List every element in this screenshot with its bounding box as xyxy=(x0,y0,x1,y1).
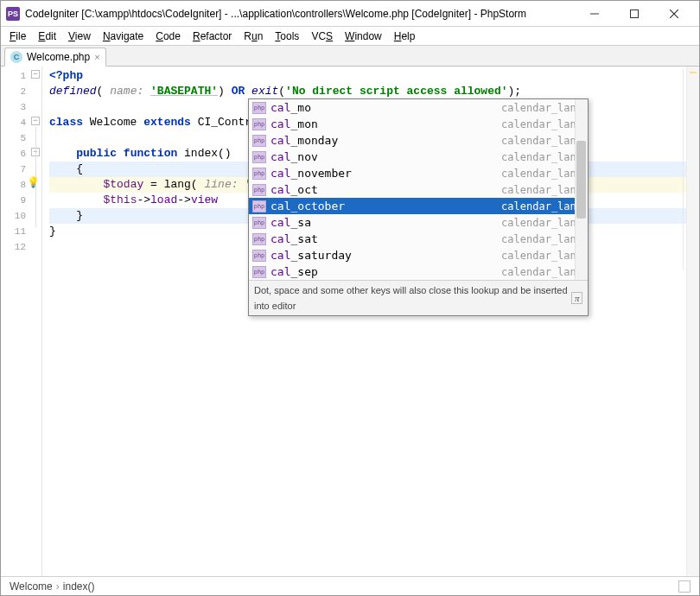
completion-label: cal_oct xyxy=(270,182,497,198)
menu-window[interactable]: Window xyxy=(340,29,387,44)
completion-origin: calendar_lang xyxy=(501,248,582,263)
completion-list[interactable]: phpcal_mocalendar_langphpcal_moncalendar… xyxy=(249,99,588,280)
completion-origin: calendar_lang xyxy=(501,264,582,280)
menubar: File Edit View Navigate Code Refactor Ru… xyxy=(1,27,699,46)
lang-file-icon: php xyxy=(252,217,266,229)
completion-origin: calendar_lang xyxy=(501,199,582,214)
lang-file-icon: php xyxy=(252,118,266,130)
code-editor[interactable]: 1 2 3 4 5 6 7 8 9 10 11 12 − − − 💡 ✔ <?p… xyxy=(1,67,699,576)
lang-file-icon: php xyxy=(252,151,266,163)
scrollbar-marker xyxy=(690,72,697,73)
right-margin xyxy=(683,68,684,270)
completion-hint-text: Dot, space and some other keys will also… xyxy=(254,282,571,314)
breadcrumb-separator-icon: › xyxy=(56,580,60,593)
completion-item[interactable]: phpcal_octcalendar_lang xyxy=(249,181,588,198)
menu-run[interactable]: Run xyxy=(239,29,268,44)
completion-label: cal_sa xyxy=(270,215,497,231)
completion-label: cal_mo xyxy=(270,100,497,116)
completion-origin: calendar_lang xyxy=(501,182,582,198)
close-button[interactable] xyxy=(654,2,694,26)
intention-bulb-icon[interactable]: 💡 xyxy=(27,178,37,188)
completion-label: cal_sat xyxy=(270,231,497,247)
completion-label: cal_saturday xyxy=(270,248,497,263)
completion-label: cal_monday xyxy=(270,133,497,149)
pi-button[interactable]: π xyxy=(571,292,582,304)
completion-origin: calendar_lang xyxy=(501,215,582,231)
titlebar: PS CodeIgniter [C:\xampp\htdocs\CodeIgni… xyxy=(1,1,699,27)
lang-file-icon: php xyxy=(252,233,266,245)
tab-label: Welcome.php xyxy=(27,51,90,63)
fold-marker-icon[interactable]: − xyxy=(31,70,40,79)
menu-tools[interactable]: Tools xyxy=(270,29,304,44)
completion-item[interactable]: phpcal_moncalendar_lang xyxy=(249,116,588,132)
app-icon: PS xyxy=(6,7,20,21)
code-area[interactable]: ✔ <?php defined( name: 'BASEPATH') OR ex… xyxy=(42,67,699,576)
breadcrumb-method[interactable]: index() xyxy=(63,580,95,593)
completion-item[interactable]: phpcal_novcalendar_lang xyxy=(249,149,588,165)
minimize-button[interactable] xyxy=(575,2,614,26)
lang-file-icon: php xyxy=(252,266,266,278)
completion-item[interactable]: phpcal_sacalendar_lang xyxy=(249,214,588,231)
completion-hint-bar: Dot, space and some other keys will also… xyxy=(249,280,588,315)
menu-code[interactable]: Code xyxy=(150,29,186,44)
line-number: 2 xyxy=(1,84,41,99)
menu-vcs[interactable]: VCS xyxy=(306,29,338,44)
breadcrumb-class[interactable]: Welcome xyxy=(10,580,53,593)
completion-origin: calendar_lang xyxy=(501,117,582,132)
completion-origin: calendar_lang xyxy=(501,166,582,181)
window-title: CodeIgniter [C:\xampp\htdocs\CodeIgniter… xyxy=(25,8,575,20)
lang-file-icon: php xyxy=(252,200,266,212)
menu-view[interactable]: View xyxy=(63,29,96,44)
line-number: 12 xyxy=(1,239,41,255)
line-number: 3 xyxy=(1,99,41,115)
completion-item[interactable]: phpcal_mondaycalendar_lang xyxy=(249,132,588,149)
menu-refactor[interactable]: Refactor xyxy=(188,29,237,44)
statusbar: Welcome › index() xyxy=(1,576,699,595)
menu-help[interactable]: Help xyxy=(389,29,421,44)
statusbar-indicator[interactable] xyxy=(678,580,690,593)
completion-item[interactable]: phpcal_sepcalendar_lang xyxy=(249,263,588,280)
completion-label: cal_sep xyxy=(270,264,497,280)
completion-label: cal_mon xyxy=(270,117,497,132)
completion-origin: calendar_lang xyxy=(501,133,582,149)
maximize-button[interactable] xyxy=(614,2,654,26)
completion-item[interactable]: phpcal_saturdaycalendar_lang xyxy=(249,247,588,263)
completion-item[interactable]: phpcal_satcalendar_lang xyxy=(249,231,588,247)
completion-item[interactable]: phpcal_mocalendar_lang xyxy=(249,99,588,116)
completion-label: cal_november xyxy=(270,166,497,181)
popup-scroll-thumb[interactable] xyxy=(576,141,586,219)
fold-marker-icon[interactable]: − xyxy=(31,117,40,125)
completion-origin: calendar_lang xyxy=(501,149,582,165)
completion-item[interactable]: phpcal_novembercalendar_lang xyxy=(249,165,588,181)
completion-origin: calendar_lang xyxy=(501,100,582,116)
lang-file-icon: php xyxy=(252,102,266,114)
menu-edit[interactable]: Edit xyxy=(33,29,61,44)
svg-rect-1 xyxy=(631,10,639,17)
lang-file-icon: php xyxy=(252,135,266,147)
tab-welcome-php[interactable]: C Welcome.php × xyxy=(4,48,106,67)
phpstorm-window: PS CodeIgniter [C:\xampp\htdocs\CodeIgni… xyxy=(0,0,700,596)
menu-navigate[interactable]: Navigate xyxy=(98,29,149,44)
file-icon: C xyxy=(10,51,22,63)
completion-item[interactable]: phpcal_octobercalendar_lang xyxy=(249,198,588,214)
lang-file-icon: php xyxy=(252,250,266,262)
lang-file-icon: php xyxy=(252,184,266,196)
tab-close-icon[interactable]: × xyxy=(94,52,99,62)
completion-popup: phpcal_mocalendar_langphpcal_moncalendar… xyxy=(248,98,589,316)
completion-label: cal_october xyxy=(270,199,497,214)
gutter: 1 2 3 4 5 6 7 8 9 10 11 12 − − − 💡 xyxy=(1,67,42,576)
editor-tabs: C Welcome.php × xyxy=(1,46,699,67)
lang-file-icon: php xyxy=(252,168,266,180)
menu-file[interactable]: File xyxy=(4,29,31,44)
completion-origin: calendar_lang xyxy=(501,231,582,247)
editor-scrollbar[interactable] xyxy=(686,67,699,576)
completion-label: cal_nov xyxy=(270,149,497,165)
popup-scrollbar[interactable] xyxy=(575,99,588,280)
